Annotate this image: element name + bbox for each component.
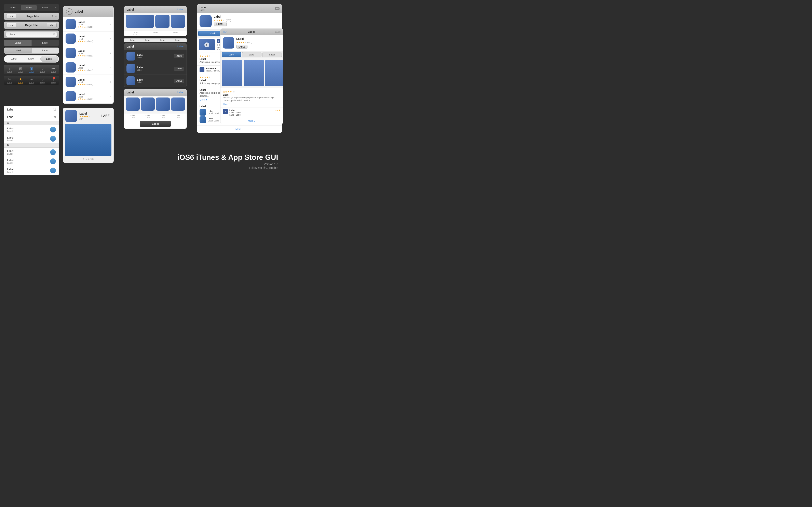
- more-link[interactable]: More ▼: [199, 99, 207, 101]
- clear-icon[interactable]: ✕: [53, 33, 55, 36]
- list-row-b3[interactable]: Label Label ↓: [4, 166, 59, 175]
- detail-more-button[interactable]: More...: [221, 118, 283, 124]
- bottom-grid-item-3[interactable]: [156, 98, 170, 111]
- app-preview-meta: Label ★★★★★ (40): [79, 112, 99, 120]
- store-label-right-1[interactable]: Label: [177, 8, 183, 11]
- tab-item-music[interactable]: ♪ Label: [4, 66, 15, 73]
- bottom-grid-item-1[interactable]: [126, 98, 140, 111]
- share-icon[interactable]: ⬆: [51, 15, 53, 18]
- related-icon-2: [199, 116, 206, 123]
- app-row-6[interactable]: Label Label ★★★★★ (label) ›: [63, 89, 114, 104]
- app-row-3[interactable]: Label Label ★★★★★ (label) ›: [63, 46, 114, 60]
- seg-white-btn2[interactable]: Label: [22, 56, 40, 62]
- seg-white-btn1[interactable]: Label: [5, 56, 22, 62]
- back-circle-icon[interactable]: ↩: [66, 8, 72, 15]
- app-row-4[interactable]: Label Label ★★★★★ (label) ›: [63, 60, 114, 75]
- dark-label-btn-2[interactable]: LABEL: [174, 67, 184, 70]
- app-row-2[interactable]: Label Label ★★★★★ (label) ›: [63, 32, 114, 46]
- play-button[interactable]: ▶: [204, 43, 209, 47]
- nav-right-button[interactable]: Label: [47, 23, 57, 27]
- top-label-4: Label: [171, 39, 185, 42]
- app-seg-btn-1[interactable]: Label: [222, 52, 241, 57]
- seg-white-btn3[interactable]: Label: [41, 56, 58, 62]
- app-review-more[interactable]: More ▼: [223, 103, 230, 105]
- list-row-a1[interactable]: Label Label ↓: [4, 125, 59, 134]
- itunes-label-button[interactable]: LABEL: [214, 22, 227, 26]
- hamburger-icon[interactable]: ≡: [53, 5, 58, 10]
- dark-list-row-3[interactable]: Label Label LABEL: [124, 75, 187, 87]
- nav-left-button[interactable]: Label: [6, 14, 16, 18]
- bottom-grid-row: [126, 98, 185, 111]
- download-circle-icon-4[interactable]: ↓: [50, 158, 56, 164]
- search-icon: ⌕: [8, 33, 9, 36]
- tab-item-featured[interactable]: ▣ Label: [26, 66, 37, 73]
- list-row-1[interactable]: Label 42: [4, 106, 59, 113]
- list-row-b2[interactable]: Label Label ↓: [4, 157, 59, 166]
- list-text-a1: Label Label: [7, 127, 50, 132]
- chevron-icon-1: ›: [110, 22, 111, 26]
- download-circle-icon-3[interactable]: ↓: [50, 149, 56, 155]
- seg-btn-1[interactable]: Label: [5, 5, 20, 10]
- screenshot-scroll[interactable]: [221, 58, 283, 88]
- top-label-1: Label: [126, 39, 140, 42]
- app-review-empty: ★: [233, 91, 235, 93]
- dark-label-right[interactable]: Label: [177, 45, 183, 48]
- list-row-a2[interactable]: Label Label ↓: [4, 134, 59, 144]
- tab-item-search[interactable]: ⌕ Label: [37, 66, 48, 73]
- search-input-container[interactable]: ⌕ ✕: [6, 32, 57, 37]
- media-thumbnail[interactable]: ▶: [199, 39, 215, 50]
- detail-label-btn[interactable]: LABEL: [236, 45, 247, 49]
- menu-icon[interactable]: ≡: [55, 15, 57, 18]
- back-link[interactable]: ‹ LA: [223, 31, 227, 33]
- seg-light-btn2[interactable]: Label: [32, 48, 59, 53]
- bottom-grid-item-4[interactable]: [171, 98, 185, 111]
- list-count-1: 42: [53, 108, 56, 111]
- tab-item-scissors[interactable]: ✂ Label: [4, 77, 15, 84]
- more-button[interactable]: More...: [197, 125, 282, 133]
- app-row-1[interactable]: Label Label ★★★★★ (label) ›: [63, 17, 114, 32]
- seg-light-btn1[interactable]: Label: [4, 48, 32, 53]
- bottom-grid-item-2[interactable]: [141, 98, 155, 111]
- tab-item-more[interactable]: ••• Label: [48, 66, 59, 73]
- app-seg-btn-3[interactable]: Label: [262, 52, 282, 57]
- app-seg-btn-2[interactable]: Label: [242, 52, 261, 57]
- store-grid-top: Label Label › Label 0,79€ Label Label: [124, 6, 187, 36]
- list-row-b1[interactable]: Label Label ↓: [4, 148, 59, 157]
- top-labels-bar: Label Label Label Label: [124, 38, 187, 42]
- grid-item-wide-1[interactable]: [126, 15, 154, 28]
- seg-btn-2[interactable]: Label: [21, 5, 37, 10]
- buy-button[interactable]: Label: [140, 121, 171, 127]
- list-text-b2: Label Label: [7, 159, 50, 164]
- search-input[interactable]: [10, 33, 52, 36]
- bottom-text: iOS6 iTunes & App Store GUI Version 1.0 …: [177, 153, 278, 169]
- tab-item-download[interactable]: 2 ↓ Label: [48, 77, 59, 84]
- itunes-title: Label: [199, 6, 274, 9]
- nav-left-button2[interactable]: Label: [6, 23, 16, 27]
- grid-item-2[interactable]: [171, 15, 185, 28]
- grid-item-1[interactable]: [155, 15, 170, 28]
- app-row-5[interactable]: Label Label ★★★★★ (label) ›: [63, 75, 114, 89]
- bottom-grid-label-right[interactable]: Label: [177, 91, 183, 94]
- dark-label-btn-3[interactable]: LABEL: [174, 79, 184, 83]
- seg-dark2-btn1[interactable]: Label: [4, 40, 32, 46]
- get-button[interactable]: LABEL: [101, 114, 112, 118]
- seg-btn-3[interactable]: Label: [37, 5, 53, 10]
- download-circle-icon-5[interactable]: ↓: [50, 168, 56, 173]
- related-info-2: Label Label Label: [208, 117, 219, 122]
- dark-list-row-2[interactable]: Label Label LABEL: [124, 62, 187, 75]
- list-row-2[interactable]: Label 69: [4, 113, 59, 121]
- tab-item-grid[interactable]: ⊞ Label: [15, 66, 26, 73]
- download-circle-icon[interactable]: ↓: [50, 127, 56, 132]
- download-circle-icon-2[interactable]: ↓: [50, 136, 56, 142]
- dark-app-sub-3: Label: [137, 81, 172, 83]
- seg-dark2-btn2[interactable]: Label: [32, 40, 59, 46]
- itunes-app-row: Label ★★★★★ (201) LABEL: [197, 13, 282, 30]
- tab-item-star[interactable]: ★ Label: [15, 77, 26, 84]
- tab-bar-dark-1: ♪ Label ⊞ Label ▣ Label ⌕ Label ••• Labe…: [4, 65, 59, 74]
- app-preview-column: Label ★★★★★ (40) LABEL 1 on 7,373: [63, 108, 114, 163]
- tab-item-search2[interactable]: ⌕ Label: [37, 77, 48, 84]
- app-preview-name: Label: [79, 112, 99, 115]
- tab-item-dots[interactable]: ⋯ Label: [26, 77, 37, 84]
- dark-label-btn-1[interactable]: LABEL: [174, 54, 184, 58]
- dark-list-row-1[interactable]: Label Label LABEL: [124, 50, 187, 62]
